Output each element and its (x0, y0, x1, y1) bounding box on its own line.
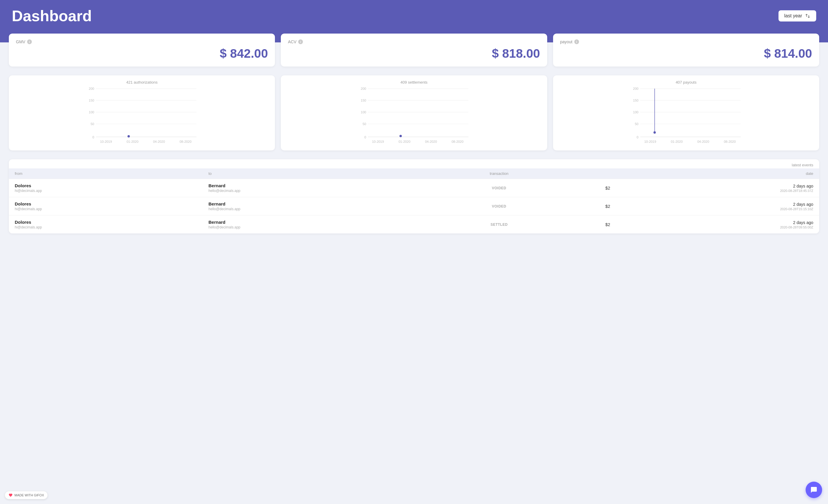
chart-payouts: 407 payouts 200 150 100 50 0 10-2019 01-… (553, 75, 819, 150)
svg-text:100: 100 (89, 110, 94, 114)
chart-settle-dot (400, 135, 402, 137)
from-email: hi@decimals.app (15, 189, 209, 193)
heart-icon (8, 493, 13, 497)
acv-value: $ 818.00 (288, 47, 540, 61)
metric-card-payout: payout i $ 814.00 (553, 34, 819, 66)
chart-auth-dot (128, 135, 130, 137)
svg-text:08-2020: 08-2020 (179, 140, 191, 143)
svg-text:50: 50 (90, 122, 94, 126)
from-email: hi@decimals.app (15, 225, 209, 229)
gmv-value: $ 842.00 (16, 47, 268, 61)
svg-text:150: 150 (633, 99, 638, 102)
table-row: Dolores hi@decimals.app Bernard hello@de… (9, 215, 819, 233)
date-cell: 2 days ago 2020-08-28T15:15:10Z (620, 202, 814, 211)
svg-text:200: 200 (361, 87, 366, 90)
acv-label: ACV i (288, 39, 540, 44)
svg-text:150: 150 (361, 99, 366, 102)
chart-payout-subtitle: 407 payouts (558, 80, 815, 85)
svg-text:150: 150 (89, 99, 94, 102)
chart-settle-subtitle: 409 settlements (286, 80, 542, 85)
svg-text:10-2019: 10-2019 (100, 140, 112, 143)
date-relative: 2 days ago (620, 202, 814, 207)
to-cell: Bernard hello@decimals.app (209, 220, 403, 229)
chart-authorizations: 421 authorizations 200 150 100 50 0 (9, 75, 275, 150)
time-filter-button[interactable]: last year (779, 10, 816, 21)
time-filter-label: last year (784, 13, 802, 18)
table-header: from to transaction date (9, 169, 819, 179)
svg-text:100: 100 (633, 110, 638, 114)
svg-text:10-2019: 10-2019 (644, 140, 656, 143)
chart-settle-area: 200 150 100 50 0 10-2019 01-2020 04-2020… (286, 87, 542, 146)
from-cell: Dolores hi@decimals.app (15, 183, 209, 193)
to-name: Bernard (209, 201, 403, 207)
col-transaction: transaction (402, 171, 596, 176)
svg-text:01-2020: 01-2020 (126, 140, 138, 143)
gmv-info-icon[interactable]: i (27, 39, 32, 44)
badge-label: MADE WITH GIFOX (14, 493, 44, 497)
svg-text:0: 0 (365, 135, 366, 139)
amount-cell: $2 (596, 222, 620, 227)
from-name: Dolores (15, 201, 209, 207)
chart-settle-svg: 200 150 100 50 0 10-2019 01-2020 04-2020… (286, 87, 542, 146)
date-absolute: 2020-08-28T09:55:00Z (620, 226, 814, 229)
swap-icon (805, 13, 810, 18)
svg-text:04-2020: 04-2020 (697, 140, 709, 143)
to-cell: Bernard hello@decimals.app (209, 201, 403, 211)
table-row: Dolores hi@decimals.app Bernard hello@de… (9, 179, 819, 197)
transaction-type: SETTLED (402, 223, 596, 227)
date-absolute: 2020-08-28T15:15:10Z (620, 207, 814, 211)
transaction-type: VOIDED (402, 186, 596, 190)
svg-text:08-2020: 08-2020 (724, 140, 736, 143)
date-relative: 2 days ago (620, 220, 814, 225)
col-from: from (15, 171, 209, 176)
made-with-badge: MADE WITH GIFOX (5, 491, 48, 499)
gmv-label: GMV i (16, 39, 268, 44)
to-email: hello@decimals.app (209, 225, 403, 229)
page-title: Dashboard (12, 7, 92, 25)
chat-icon (810, 486, 817, 493)
metric-card-acv: ACV i $ 818.00 (281, 34, 547, 66)
chart-auth-svg: 200 150 100 50 0 10-2019 01-2020 04-2020… (13, 87, 270, 146)
from-name: Dolores (15, 220, 209, 225)
events-section-label: latest events (9, 159, 819, 169)
payout-info-icon[interactable]: i (574, 39, 579, 44)
col-date: date (620, 171, 814, 176)
to-name: Bernard (209, 220, 403, 225)
svg-text:01-2020: 01-2020 (399, 140, 410, 143)
date-cell: 2 days ago 2020-08-28T09:55:00Z (620, 220, 814, 229)
svg-text:08-2020: 08-2020 (452, 140, 463, 143)
col-to: to (209, 171, 403, 176)
to-email: hello@decimals.app (209, 207, 403, 211)
metric-card-gmv: GMV i $ 842.00 (9, 34, 275, 66)
chart-payout-dot (653, 131, 656, 134)
from-email: hi@decimals.app (15, 207, 209, 211)
svg-text:50: 50 (363, 122, 366, 126)
svg-text:10-2019: 10-2019 (372, 140, 384, 143)
acv-info-icon[interactable]: i (298, 39, 303, 44)
col-amount (596, 171, 620, 176)
main-content: GMV i $ 842.00 ACV i $ 818.00 payout i $… (0, 34, 828, 242)
charts-grid: 421 authorizations 200 150 100 50 0 (9, 75, 819, 150)
svg-text:200: 200 (89, 87, 94, 90)
table-row: Dolores hi@decimals.app Bernard hello@de… (9, 197, 819, 215)
svg-text:0: 0 (636, 135, 638, 139)
from-cell: Dolores hi@decimals.app (15, 220, 209, 229)
date-cell: 2 days ago 2020-08-28T18:45:37Z (620, 184, 814, 192)
date-absolute: 2020-08-28T18:45:37Z (620, 189, 814, 192)
svg-text:04-2020: 04-2020 (425, 140, 437, 143)
from-name: Dolores (15, 183, 209, 188)
chart-auth-area: 200 150 100 50 0 10-2019 01-2020 04-2020… (13, 87, 270, 146)
svg-text:50: 50 (635, 122, 638, 126)
chat-button[interactable] (805, 482, 822, 498)
to-email: hello@decimals.app (209, 189, 403, 193)
chart-payout-svg: 200 150 100 50 0 10-2019 01-2020 04-2020… (558, 87, 815, 146)
amount-cell: $2 (596, 185, 620, 190)
svg-text:100: 100 (361, 110, 366, 114)
to-name: Bernard (209, 183, 403, 188)
chart-payout-area: 200 150 100 50 0 10-2019 01-2020 04-2020… (558, 87, 815, 146)
payout-label: payout i (560, 39, 812, 44)
svg-text:200: 200 (633, 87, 638, 90)
svg-text:0: 0 (92, 135, 94, 139)
transaction-type: VOIDED (402, 204, 596, 209)
metric-cards: GMV i $ 842.00 ACV i $ 818.00 payout i $… (9, 34, 819, 66)
